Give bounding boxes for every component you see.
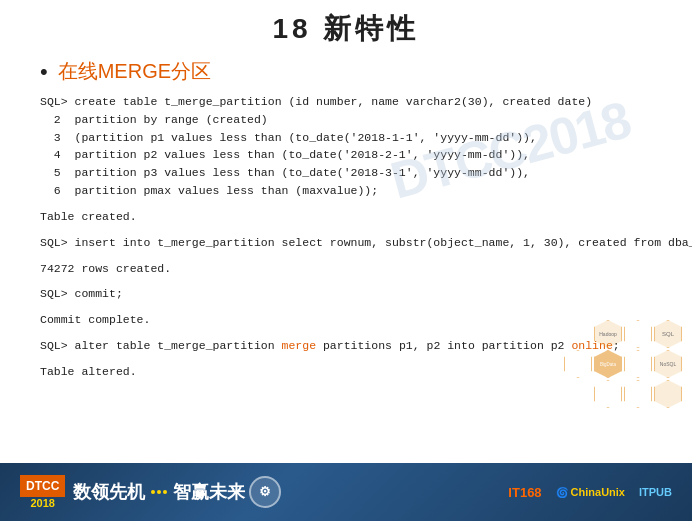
- sponsor-it168: IT168: [508, 485, 541, 500]
- bottom-banner: DTCC 2018 数领先机 智赢未来 ⚙ IT168: [0, 463, 692, 521]
- hex-empty-1: [624, 320, 652, 348]
- slide-title: 18 新特性: [40, 10, 652, 48]
- code-block-commit: SQL> commit;: [40, 285, 652, 303]
- code-block-alter: SQL> alter table t_merge_partition merge…: [40, 337, 652, 355]
- result-table-created: Table created.: [40, 208, 652, 226]
- main-content: 18 新特性 • 在线MERGE分区 SQL> create table t_m…: [0, 0, 692, 463]
- slogan-part1: 数领先机: [73, 480, 145, 504]
- dtcc-label: DTCC: [20, 475, 65, 497]
- hex-empty-4: [594, 380, 622, 408]
- hex-empty-6: [654, 380, 682, 408]
- banner-icon-circle: ⚙: [249, 476, 281, 508]
- dot-decoration: [151, 490, 167, 494]
- dot2: [157, 490, 161, 494]
- hex-hadoop: Hadoop: [594, 320, 622, 348]
- hex-empty-3: [624, 350, 652, 378]
- banner-right: IT168 🌀 ChinaUnix ITPUB: [508, 485, 672, 500]
- code-block-insert: SQL> insert into t_merge_partition selec…: [40, 234, 652, 252]
- hex-sql: SQL: [654, 320, 682, 348]
- hex-decoration: Hadoop SQL BigData NoSQL: [564, 320, 682, 408]
- dtcc-logo-group: DTCC 2018: [20, 475, 65, 509]
- sponsor-chinaunix: 🌀 ChinaUnix: [556, 486, 625, 498]
- gear-icon: ⚙: [259, 484, 271, 499]
- chinaunix-text: ChinaUnix: [571, 486, 625, 498]
- slogan-part2: 智赢未来: [173, 480, 245, 504]
- sponsor-itpub: ITPUB: [639, 486, 672, 498]
- section-heading: • 在线MERGE分区: [40, 58, 652, 85]
- code-block-create: SQL> create table t_merge_partition (id …: [40, 93, 652, 200]
- slide-container: 18 新特性 • 在线MERGE分区 SQL> create table t_m…: [0, 0, 692, 521]
- banner-slogan: 数领先机 智赢未来 ⚙: [73, 476, 281, 508]
- dot1: [151, 490, 155, 494]
- bullet-icon: •: [40, 59, 48, 85]
- dtcc-year: 2018: [30, 497, 54, 509]
- banner-left: DTCC 2018 数领先机 智赢未来 ⚙: [20, 475, 281, 509]
- dot3: [163, 490, 167, 494]
- itpub-text: ITPUB: [639, 486, 672, 498]
- result-commit: Commit complete.: [40, 311, 652, 329]
- hex-nosql: NoSQL: [654, 350, 682, 378]
- keyword-merge: merge: [282, 339, 317, 352]
- hex-empty-2: [564, 350, 592, 378]
- hex-row-3: [594, 380, 682, 408]
- result-table-altered: Table altered.: [40, 363, 652, 381]
- hex-row-1: Hadoop SQL: [594, 320, 682, 348]
- hex-bigdata: BigData: [594, 350, 622, 378]
- it168-text: IT168: [508, 485, 541, 500]
- hex-empty-5: [624, 380, 652, 408]
- result-rows-created: 74272 rows created.: [40, 260, 652, 278]
- section-heading-text: 在线MERGE分区: [58, 58, 211, 85]
- hex-row-2: BigData NoSQL: [564, 350, 682, 378]
- chinaunix-icon: 🌀: [556, 487, 568, 498]
